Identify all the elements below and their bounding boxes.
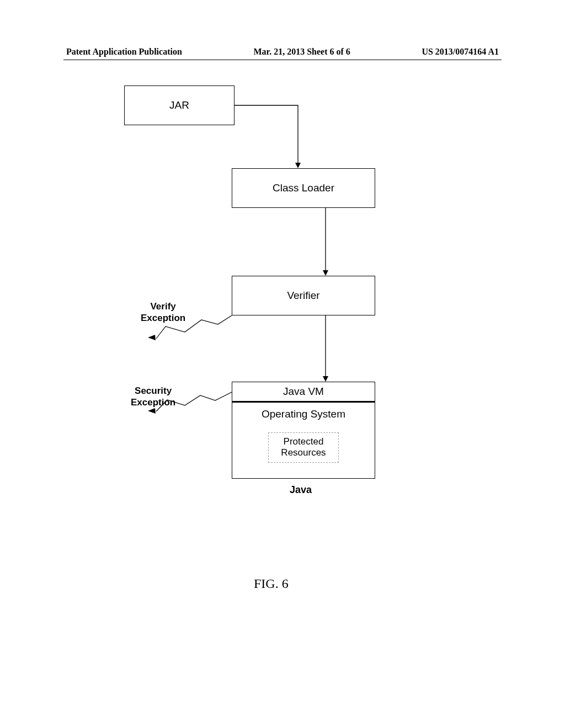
- figure-label: FIG. 6: [254, 576, 289, 591]
- box-classloader-label: Class Loader: [273, 182, 334, 194]
- box-jar-label: JAR: [169, 99, 189, 111]
- box-protected-resources: Protected Resources: [268, 432, 338, 463]
- svg-marker-4: [323, 376, 328, 382]
- header-date-sheet: Mar. 21, 2013 Sheet 6 of 6: [253, 47, 350, 57]
- svg-marker-6: [148, 408, 156, 414]
- arrow-jar-to-classloader: [234, 105, 306, 172]
- box-os-label: Operating System: [262, 403, 345, 420]
- label-verify-exception: Verify Exception: [141, 301, 185, 324]
- box-verifier-label: Verifier: [287, 290, 319, 302]
- arrow-verifier-to-javavm: [323, 315, 334, 386]
- svg-marker-0: [295, 163, 301, 168]
- box-verifier: Verifier: [232, 276, 375, 315]
- label-java: Java: [290, 484, 312, 496]
- box-javavm-label: Java VM: [232, 382, 375, 403]
- label-security-exception: Security Exception: [131, 385, 175, 409]
- box-classloader: Class Loader: [232, 168, 375, 208]
- box-jar: JAR: [124, 85, 234, 125]
- box-protected-label: Protected Resources: [281, 436, 326, 458]
- arrow-classloader-to-verifier: [323, 208, 334, 280]
- svg-marker-2: [323, 270, 328, 276]
- header-divider: [63, 60, 502, 60]
- header-publication: Patent Application Publication: [66, 47, 182, 57]
- svg-marker-5: [148, 335, 156, 340]
- header-patent-number: US 2013/0074164 A1: [422, 47, 499, 57]
- box-runtime: Java VM Operating System Protected Resou…: [232, 382, 375, 479]
